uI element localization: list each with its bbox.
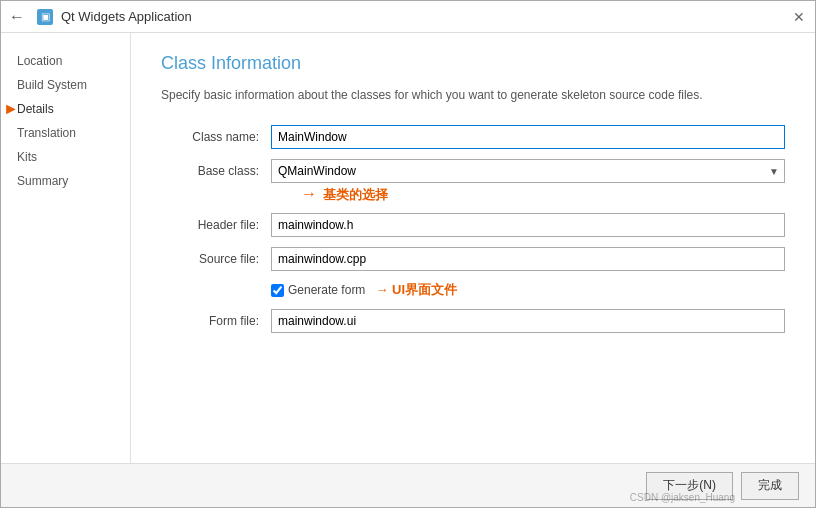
generate-form-label: Generate form	[271, 283, 365, 297]
sidebar-item-label-kits: Kits	[17, 150, 37, 164]
sidebar-item-label-summary: Summary	[17, 174, 68, 188]
base-class-annotation: → 基类的选择	[301, 185, 388, 204]
close-button[interactable]: ✕	[791, 9, 807, 25]
sidebar-item-location[interactable]: Location	[1, 49, 130, 73]
sidebar-item-label-location: Location	[17, 54, 62, 68]
sidebar-item-summary[interactable]: Summary	[1, 169, 130, 193]
title-bar-left: ← ▣ Qt Widgets Application	[9, 8, 192, 26]
annotation-arrow-icon: →	[301, 185, 317, 203]
class-name-input[interactable]	[271, 125, 785, 149]
sidebar-item-translation[interactable]: Translation	[1, 121, 130, 145]
main-window: ← ▣ Qt Widgets Application ✕ Location Bu…	[0, 0, 816, 508]
main-area: Class Information Specify basic informat…	[131, 33, 815, 463]
sidebar-item-kits[interactable]: Kits	[1, 145, 130, 169]
window-icon: ▣	[37, 9, 53, 25]
sidebar-arrow-icon: ►	[3, 100, 19, 118]
generate-form-text: Generate form	[288, 283, 365, 297]
source-file-row: Source file:	[161, 247, 785, 271]
window-title: Qt Widgets Application	[61, 9, 192, 24]
description-text: Specify basic information about the clas…	[161, 86, 785, 105]
ui-annotation-arrow-icon: →	[375, 282, 388, 297]
watermark: CSDN @jaksen_Huang	[630, 492, 735, 503]
base-class-wrapper: QMainWindow QWidget QDialog ▼ → 基类的选择	[271, 159, 785, 183]
form-file-row: Form file:	[161, 309, 785, 333]
form-file-input[interactable]	[271, 309, 785, 333]
base-class-label: Base class:	[161, 164, 271, 178]
header-file-label: Header file:	[161, 218, 271, 232]
form-file-label: Form file:	[161, 314, 271, 328]
section-title: Class Information	[161, 53, 785, 74]
content-area: Location Build System ► Details Translat…	[1, 33, 815, 463]
sidebar: Location Build System ► Details Translat…	[1, 33, 131, 463]
class-name-row: Class name:	[161, 125, 785, 149]
ui-annotation: → UI界面文件	[375, 281, 457, 299]
back-button[interactable]: ←	[9, 8, 25, 26]
sidebar-item-build-system[interactable]: Build System	[1, 73, 130, 97]
base-class-select-wrapper: QMainWindow QWidget QDialog ▼	[271, 159, 785, 183]
sidebar-item-label-translation: Translation	[17, 126, 76, 140]
finish-button[interactable]: 完成	[741, 472, 799, 500]
header-file-row: Header file:	[161, 213, 785, 237]
source-file-label: Source file:	[161, 252, 271, 266]
generate-form-checkbox[interactable]	[271, 284, 284, 297]
sidebar-item-label-build-system: Build System	[17, 78, 87, 92]
base-class-select[interactable]: QMainWindow QWidget QDialog	[271, 159, 785, 183]
source-file-input[interactable]	[271, 247, 785, 271]
title-bar: ← ▣ Qt Widgets Application ✕	[1, 1, 815, 33]
base-class-row: Base class: QMainWindow QWidget QDialog …	[161, 159, 785, 183]
header-file-input[interactable]	[271, 213, 785, 237]
sidebar-item-details[interactable]: ► Details	[1, 97, 130, 121]
generate-form-row: Generate form → UI界面文件	[271, 281, 785, 299]
class-name-label: Class name:	[161, 130, 271, 144]
sidebar-item-label-details: Details	[17, 102, 54, 116]
